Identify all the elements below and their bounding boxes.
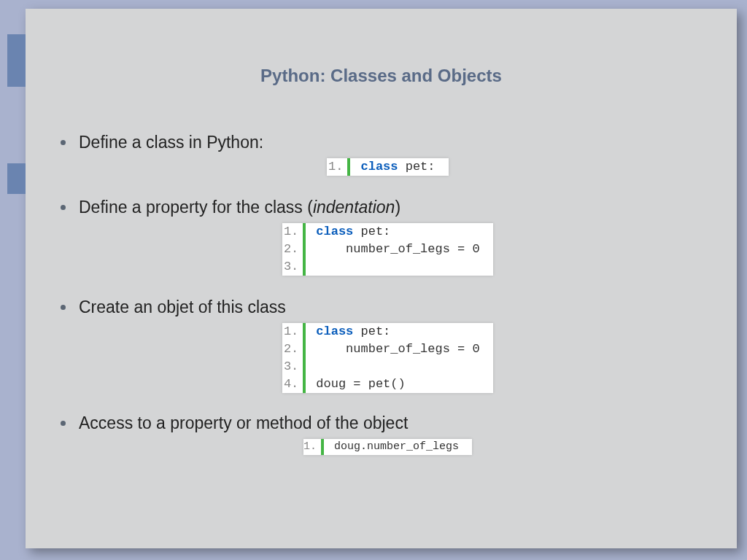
- line-number: 2.: [282, 341, 303, 358]
- code-line: [306, 358, 336, 376]
- bullet-dot-icon: [61, 140, 66, 145]
- line-number: 3.: [282, 358, 303, 376]
- bullet-item: Create an objet of this class: [61, 298, 715, 317]
- code-line: class pet:: [306, 223, 403, 241]
- text-italic: indentation: [313, 198, 395, 217]
- slide: Python: Classes and Objects Define a cla…: [26, 9, 737, 548]
- identifier: pet:: [353, 225, 390, 238]
- keyword: class: [316, 225, 353, 238]
- bullet-item: Define a property for the class (indenta…: [61, 198, 715, 217]
- keyword: class: [316, 324, 353, 338]
- bullet-dot-icon: [61, 205, 66, 210]
- bullet-text: Define a property for the class (indenta…: [79, 198, 400, 217]
- line-number: 1.: [327, 158, 347, 176]
- bullet-item: Access to a property or method of the ob…: [61, 413, 715, 433]
- bullet-item: Define a class in Python:: [61, 133, 715, 152]
- code-block-4: 1. doug.number_of_legs: [303, 439, 472, 455]
- slide-title: Python: Classes and Objects: [26, 66, 737, 86]
- code-line: class pet:: [306, 323, 403, 341]
- code-line: doug = pet(): [306, 376, 418, 393]
- line-number: 2.: [282, 241, 303, 258]
- line-number: 1.: [282, 223, 303, 241]
- accent-bar-bottom: [7, 163, 26, 194]
- code-block-1: 1. class pet:: [327, 158, 448, 176]
- identifier: pet:: [353, 324, 390, 338]
- line-number: 3.: [282, 258, 303, 276]
- code-line: doug.number_of_legs: [324, 439, 472, 455]
- line-number: 1.: [282, 323, 303, 341]
- slide-content: Define a class in Python: 1. class pet: …: [61, 125, 715, 461]
- line-number: 4.: [282, 376, 303, 393]
- code-line: number_of_legs = 0: [306, 241, 492, 258]
- bullet-text: Create an objet of this class: [79, 298, 286, 317]
- bullet-dot-icon: [61, 305, 66, 310]
- text-part: ): [395, 198, 400, 217]
- code-line: [306, 258, 336, 276]
- keyword: class: [360, 160, 398, 174]
- line-number: 1.: [303, 439, 321, 455]
- bullet-dot-icon: [61, 421, 66, 426]
- accent-bar-top: [7, 34, 26, 87]
- text-part: Define a property for the class (: [79, 198, 313, 217]
- code-line: class pet:: [350, 158, 448, 176]
- code-line: number_of_legs = 0: [306, 341, 492, 358]
- identifier: pet:: [398, 160, 436, 174]
- code-block-3: 1. class pet: 2. number_of_legs = 0 3. 4…: [282, 323, 492, 393]
- bullet-text: Access to a property or method of the ob…: [79, 413, 408, 433]
- code-block-2: 1. class pet: 2. number_of_legs = 0 3.: [282, 223, 492, 276]
- bullet-text: Define a class in Python:: [79, 133, 263, 152]
